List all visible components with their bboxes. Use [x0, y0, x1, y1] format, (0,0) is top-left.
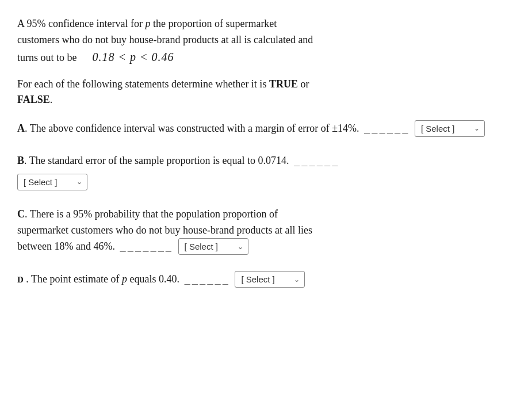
confidence-interval-formula: 0.18 < p < 0.46: [93, 51, 174, 63]
question-b-block: B. The standard error of the sample prop…: [17, 153, 515, 190]
question-d-select[interactable]: [ Select ] TRUE FALSE: [235, 272, 304, 287]
question-b-select[interactable]: [ Select ] TRUE FALSE: [18, 174, 87, 190]
question-b-select-row: [ Select ] TRUE FALSE ⌄: [17, 174, 515, 190]
question-a-text: A. The above confidence interval was con…: [17, 120, 515, 137]
intro-line1: A 95% confidence interval for p the prop…: [17, 18, 277, 29]
question-c-text: C. There is a 95% probability that the p…: [17, 207, 515, 255]
intro-line2: customers who do not buy house-brand pro…: [17, 34, 313, 45]
question-d-block: D . The point estimate of p equals 0.40.…: [17, 271, 515, 288]
question-c-select[interactable]: [ Select ] TRUE FALSE: [179, 239, 248, 254]
question-c-block: C. There is a 95% probability that the p…: [17, 207, 515, 255]
question-c-select-wrapper[interactable]: [ Select ] TRUE FALSE ⌄: [178, 238, 248, 255]
question-b-text: B. The standard error of the sample prop…: [17, 153, 515, 169]
question-a-select[interactable]: [ Select ] TRUE FALSE: [415, 121, 484, 136]
instruction-text: For each of the following statements det…: [17, 77, 515, 108]
intro-line3: turns out to be 0.18 < p < 0.46: [17, 52, 174, 63]
intro-paragraph: A 95% confidence interval for p the prop…: [17, 16, 515, 66]
question-b-select-wrapper[interactable]: [ Select ] TRUE FALSE ⌄: [17, 174, 87, 190]
question-d-text: D . The point estimate of p equals 0.40.…: [17, 271, 515, 288]
question-a-block: A. The above confidence interval was con…: [17, 120, 515, 137]
question-a-select-wrapper[interactable]: [ Select ] TRUE FALSE ⌄: [415, 120, 485, 137]
question-d-select-wrapper[interactable]: [ Select ] TRUE FALSE ⌄: [235, 271, 305, 288]
